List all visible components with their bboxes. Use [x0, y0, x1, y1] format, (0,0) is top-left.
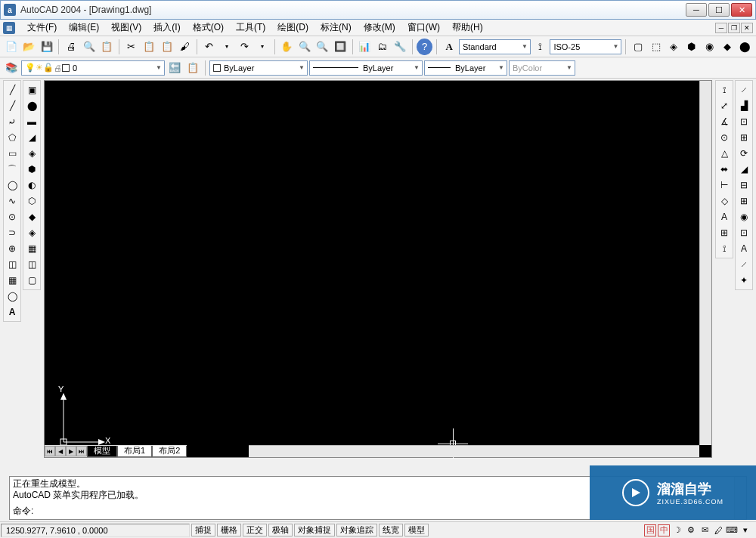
- tray-icon-4[interactable]: ⚙: [685, 524, 697, 536]
- undo-button[interactable]: ↶: [201, 39, 217, 55]
- circle-tool[interactable]: ◯: [5, 178, 20, 193]
- 3d-btn7[interactable]: ⬤: [736, 39, 752, 55]
- hatch-tool[interactable]: ▦: [5, 273, 20, 288]
- shade-1[interactable]: ▣: [24, 82, 39, 97]
- shade-6[interactable]: ⬢: [24, 162, 39, 177]
- insert-tool[interactable]: ⊕: [5, 241, 20, 256]
- tray-expand[interactable]: ▾: [739, 524, 751, 536]
- new-button[interactable]: 📄: [3, 39, 19, 55]
- zoom-window-button[interactable]: 🔲: [332, 39, 348, 55]
- shade-3[interactable]: ▬: [24, 114, 39, 129]
- matchprop-button[interactable]: 🖌: [176, 39, 192, 55]
- explode-tool[interactable]: ✦: [736, 273, 751, 288]
- cut-button[interactable]: ✂: [123, 39, 139, 55]
- line-tool[interactable]: ╱: [5, 82, 20, 97]
- tab-model[interactable]: 模型: [87, 446, 117, 457]
- copy-tool[interactable]: ▟: [736, 98, 751, 113]
- tray-ime-1[interactable]: 国: [644, 524, 656, 536]
- menu-draw[interactable]: 绘图(D): [271, 20, 314, 36]
- menu-modify[interactable]: 修改(M): [358, 20, 401, 36]
- redo-button[interactable]: ↷: [237, 39, 253, 55]
- publish-button[interactable]: 📋: [98, 39, 114, 55]
- minimize-button[interactable]: ─: [686, 3, 707, 17]
- dim-angular[interactable]: ∡: [717, 114, 732, 129]
- offset-tool[interactable]: ⊞: [736, 130, 751, 145]
- dim-continue[interactable]: ⬌: [717, 162, 732, 177]
- fillet-tool[interactable]: ⟋: [736, 257, 751, 272]
- arc-tool[interactable]: ⌒: [5, 162, 20, 177]
- xline-tool[interactable]: ╱: [5, 98, 20, 113]
- dim-radius[interactable]: ⊙: [717, 130, 732, 145]
- 3d-btn6[interactable]: ◆: [719, 39, 735, 55]
- help-button[interactable]: ?: [417, 39, 432, 55]
- coordinates-display[interactable]: 1250.9277, 7.9610 , 0.0000: [1, 524, 190, 537]
- mdi-close[interactable]: ✕: [741, 23, 753, 33]
- menu-insert[interactable]: 插入(I): [147, 20, 186, 36]
- shade-12[interactable]: ◫: [24, 257, 39, 272]
- dim-edit[interactable]: ⟟: [717, 241, 732, 256]
- block-tool[interactable]: ◫: [5, 257, 20, 272]
- shade-2[interactable]: ⬤: [24, 98, 39, 113]
- tab-layout1[interactable]: 布局1: [117, 446, 152, 457]
- rotate-tool[interactable]: ⊟: [736, 178, 751, 193]
- menu-view[interactable]: 视图(V): [105, 20, 147, 36]
- dim-tolerance[interactable]: A: [717, 209, 732, 224]
- print-button[interactable]: 🖨: [63, 39, 79, 55]
- shade-10[interactable]: ◈: [24, 225, 39, 240]
- tray-icon-6[interactable]: 🖊: [712, 524, 724, 536]
- layer-dropdown[interactable]: 💡☀🔓🖨 0: [21, 60, 165, 76]
- menu-dimension[interactable]: 标注(N): [314, 20, 358, 36]
- grid-toggle[interactable]: 栅格: [217, 524, 241, 536]
- close-button[interactable]: ✕: [731, 3, 752, 17]
- move-tool[interactable]: ◢: [736, 162, 751, 177]
- designcenter-button[interactable]: 🗂: [374, 39, 390, 55]
- menu-edit[interactable]: 编辑(E): [63, 20, 105, 36]
- dim-baseline[interactable]: ⊢: [717, 178, 732, 193]
- tab-prev[interactable]: ◀: [55, 446, 66, 456]
- open-button[interactable]: 📂: [20, 39, 36, 55]
- zoom-realtime-button[interactable]: 🔍: [296, 39, 312, 55]
- redo-dropdown[interactable]: ▾: [254, 39, 270, 55]
- paste-button[interactable]: 📋: [159, 39, 175, 55]
- 3d-ucs-button[interactable]: ⬚: [648, 39, 664, 55]
- ellipsearc-tool[interactable]: ⊃: [5, 225, 20, 240]
- scale-tool[interactable]: ⊞: [736, 193, 751, 209]
- mirror-tool[interactable]: ⊡: [736, 114, 751, 129]
- region-tool[interactable]: ◯: [5, 289, 20, 304]
- tray-icon-3[interactable]: ☽: [671, 524, 683, 536]
- copy-button[interactable]: 📋: [141, 39, 156, 55]
- shade-9[interactable]: ◆: [24, 209, 39, 224]
- mdi-restore[interactable]: ❐: [728, 23, 740, 33]
- maximize-button[interactable]: ☐: [708, 3, 730, 17]
- 3d-btn5[interactable]: ◉: [701, 39, 717, 55]
- textstyle-dropdown[interactable]: Standard: [459, 39, 531, 54]
- dim-diameter[interactable]: △: [717, 146, 732, 161]
- tray-ime-2[interactable]: 中: [658, 524, 670, 536]
- dimstyle-dropdown[interactable]: ISO-25: [550, 39, 621, 54]
- vertical-scrollbar[interactable]: [699, 81, 711, 445]
- polygon-tool[interactable]: ⬠: [5, 130, 20, 145]
- mdi-minimize[interactable]: ─: [715, 23, 727, 33]
- properties-button[interactable]: 📊: [357, 39, 373, 55]
- pan-button[interactable]: ✋: [279, 39, 295, 55]
- erase-tool[interactable]: ⟋: [736, 82, 751, 97]
- horizontal-scrollbar[interactable]: [249, 445, 699, 457]
- ortho-toggle[interactable]: 正交: [243, 524, 267, 536]
- shade-11[interactable]: ▦: [24, 241, 39, 256]
- undo-dropdown[interactable]: ▾: [218, 39, 234, 55]
- shade-4[interactable]: ◢: [24, 130, 39, 145]
- array-tool[interactable]: ⟳: [736, 146, 751, 161]
- tray-icon-5[interactable]: ✉: [699, 524, 711, 536]
- dimstyle-icon[interactable]: ⟟: [532, 39, 548, 55]
- trim-tool[interactable]: ⊡: [736, 225, 751, 240]
- menu-tools[interactable]: 工具(T): [230, 20, 271, 36]
- save-button[interactable]: 💾: [39, 39, 54, 55]
- menu-help[interactable]: 帮助(H): [446, 20, 489, 36]
- drawing-area[interactable]: X Y ⏮ ◀ ▶ ⏭ 模型 布局1 布局2: [44, 80, 712, 458]
- pline-tool[interactable]: ⤾: [5, 114, 20, 129]
- color-dropdown[interactable]: ByLayer: [209, 60, 308, 76]
- dim-center[interactable]: ⊞: [717, 225, 732, 240]
- dim-leader[interactable]: ◇: [717, 193, 732, 209]
- polar-toggle[interactable]: 极轴: [268, 524, 293, 536]
- lineweight-dropdown[interactable]: ByLayer: [424, 60, 507, 76]
